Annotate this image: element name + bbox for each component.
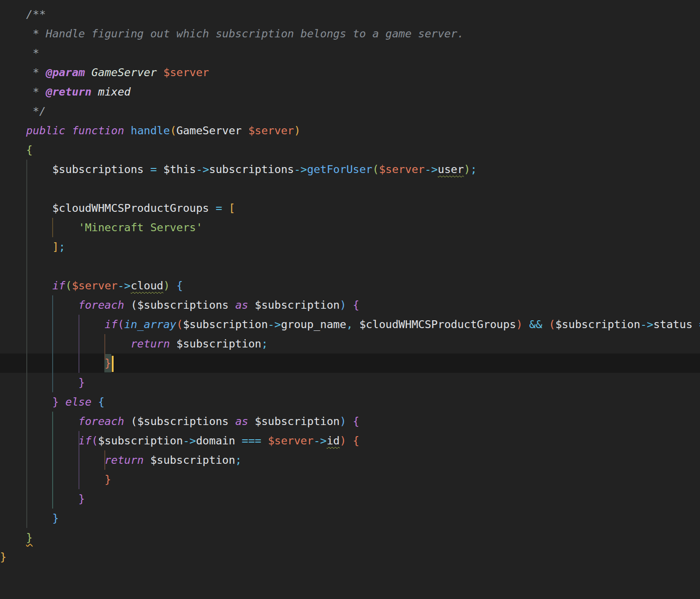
code-token: [0, 85, 33, 98]
code-token: [693, 318, 699, 331]
code-line[interactable]: if($subscription->domain === $server->id…: [0, 431, 700, 450]
code-line[interactable]: foreach ($subscriptions as $subscription…: [0, 295, 700, 315]
code-token: [0, 434, 78, 447]
code-token: return: [131, 337, 170, 350]
code-token: [209, 202, 216, 215]
code-token: [170, 337, 176, 350]
code-token: }: [26, 531, 33, 544]
code-line[interactable]: foreach ($subscriptions as $subscription…: [0, 412, 700, 431]
code-token: [0, 163, 52, 176]
code-token: if: [78, 434, 91, 447]
code-token: *: [33, 47, 39, 60]
code-token: [229, 299, 235, 311]
code-token: ): [340, 434, 346, 447]
code-token: {: [98, 395, 104, 408]
code-token: [542, 318, 549, 331]
code-line[interactable]: return $subscription;: [0, 334, 700, 353]
code-token: [346, 299, 353, 311]
code-token: GameServer: [91, 66, 157, 79]
code-token: [261, 434, 268, 447]
code-line[interactable]: [0, 257, 700, 276]
code-line[interactable]: ];: [0, 237, 700, 257]
code-line[interactable]: }: [0, 528, 700, 547]
code-token: [0, 27, 33, 40]
code-line[interactable]: *: [0, 43, 700, 63]
code-line[interactable]: $cloudWHMCSProductGroups = [: [0, 198, 700, 218]
code-token: [222, 202, 229, 215]
code-token: [0, 357, 104, 370]
code-line-current[interactable]: }: [0, 353, 700, 373]
code-editor[interactable]: /** * Handle figuring out which subscrip…: [0, 0, 700, 599]
code-token: [0, 337, 131, 350]
code-token: [0, 415, 78, 428]
code-line[interactable]: 'Minecraft Servers': [0, 218, 700, 237]
code-token: handle: [131, 124, 170, 137]
code-token: }: [52, 512, 59, 525]
code-token: [0, 512, 52, 525]
code-token: $cloudWHMCSProductGroups: [52, 202, 209, 215]
code-token: [0, 221, 78, 234]
code-token: ->: [183, 434, 196, 447]
code-line[interactable]: return $subscription;: [0, 450, 700, 470]
code-token: [124, 299, 131, 311]
code-line[interactable]: /**: [0, 5, 700, 24]
code-line[interactable]: }: [0, 489, 700, 509]
code-line[interactable]: }: [0, 547, 700, 567]
code-token: [235, 434, 241, 447]
code-token: $server: [72, 279, 118, 292]
code-token: }: [78, 492, 85, 505]
code-token: as: [235, 299, 248, 311]
code-token: domain: [196, 434, 235, 447]
code-token: ->: [118, 279, 131, 292]
code-line[interactable]: if(in_array($subscription->group_name, $…: [0, 315, 700, 334]
code-token: $subscription: [255, 299, 340, 311]
code-line[interactable]: {: [0, 140, 700, 160]
code-token: [59, 395, 65, 408]
code-token: ;: [261, 337, 268, 350]
code-token: [0, 492, 78, 505]
code-token: getForUser: [307, 163, 372, 176]
code-token: {: [353, 299, 359, 311]
code-token: group_name: [281, 318, 346, 331]
code-token: $server: [163, 66, 209, 79]
code-token: *: [33, 85, 46, 98]
code-token: }: [0, 551, 6, 563]
code-token: [248, 299, 255, 311]
code-token: [346, 434, 353, 447]
code-token: [0, 66, 33, 79]
code-token: (: [373, 163, 379, 176]
code-token: (: [176, 318, 183, 331]
code-token: [0, 318, 104, 331]
code-line[interactable]: }: [0, 470, 700, 489]
code-token: user: [438, 163, 464, 176]
code-token: *: [33, 27, 46, 40]
code-line[interactable]: }: [0, 373, 700, 392]
code-line[interactable]: */: [0, 102, 700, 121]
code-line[interactable]: * @param GameServer $server: [0, 63, 700, 82]
code-line[interactable]: * @return mixed: [0, 82, 700, 102]
code-token: [0, 202, 52, 215]
code-token: ): [464, 163, 471, 176]
code-token: $server: [379, 163, 425, 176]
code-token: [124, 415, 131, 428]
code-token: $server: [268, 434, 314, 447]
code-token: [85, 66, 91, 79]
code-line[interactable]: } else {: [0, 392, 700, 412]
code-token: [229, 415, 235, 428]
code-token: public function: [26, 124, 124, 137]
code-area[interactable]: /** * Handle figuring out which subscrip…: [0, 0, 700, 567]
code-line[interactable]: * Handle figuring out which subscription…: [0, 24, 700, 43]
code-line[interactable]: public function handle(GameServer $serve…: [0, 121, 700, 140]
code-token: ;: [235, 454, 241, 467]
code-line[interactable]: }: [0, 509, 700, 528]
code-token: [0, 531, 26, 544]
code-token: [0, 395, 52, 408]
code-token: ): [163, 279, 170, 292]
code-line[interactable]: if($server->cloud) {: [0, 276, 700, 295]
code-token: return: [104, 454, 144, 467]
code-line[interactable]: $subscriptions = $this->subscriptions->g…: [0, 160, 700, 179]
code-token: status: [653, 318, 693, 331]
code-token: [0, 47, 33, 60]
code-line[interactable]: [0, 179, 700, 198]
code-token: $cloudWHMCSProductGroups: [359, 318, 516, 331]
